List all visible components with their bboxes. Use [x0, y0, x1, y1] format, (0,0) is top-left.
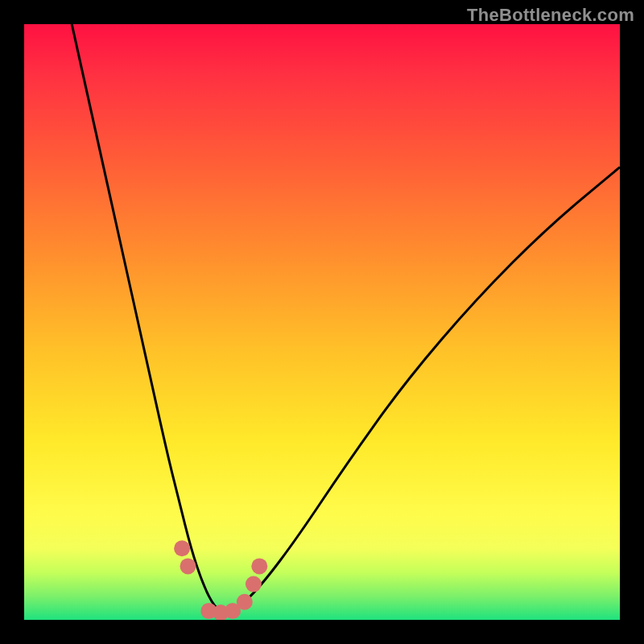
curve-svg: [24, 24, 620, 620]
trough-marker: [246, 576, 262, 592]
trough-marker: [251, 558, 267, 574]
trough-marker: [180, 558, 196, 574]
bottleneck-curve: [72, 24, 620, 613]
trough-marker: [237, 594, 253, 610]
chart-frame: TheBottleneck.com: [0, 0, 644, 644]
trough-marker-group: [174, 540, 267, 620]
trough-marker: [174, 540, 190, 556]
plot-area: [24, 24, 620, 620]
watermark-text: TheBottleneck.com: [467, 5, 634, 26]
